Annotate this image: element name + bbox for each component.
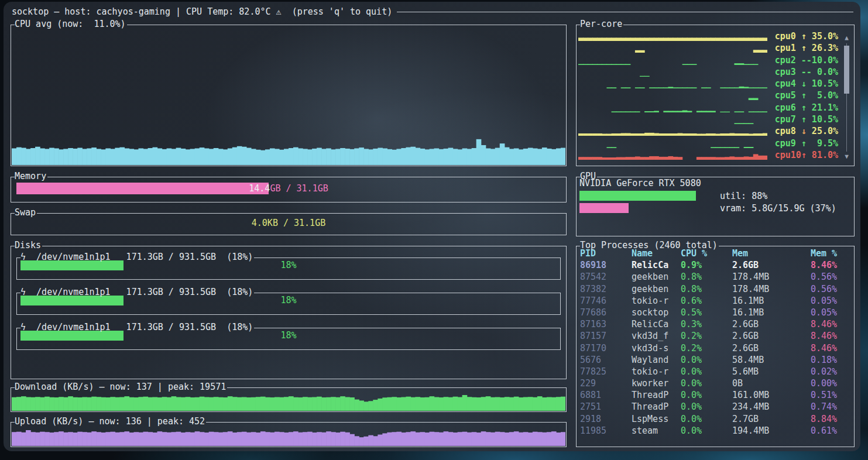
per-core-label: cpu4↓10.5%	[775, 78, 838, 90]
processes-panel: Top Processes (2460 total) PIDNameCPU %M…	[576, 241, 855, 447]
disk-lightning-icon: ϟ	[20, 252, 36, 262]
per-core-panel: Per-core cpu0↑35.0%cpu1↑26.3%cpu2--10.0%…	[576, 20, 855, 166]
per-core-label: cpu6↑21.1%	[775, 102, 838, 114]
gpu-vram-label: vram: 5.8G/15.9G (37%)	[720, 203, 836, 214]
process-row: 77746tokio-r0.6%16.1MB0.05%	[580, 295, 854, 307]
gpu-vram-row: vram: 5.8G/15.9G (37%)	[579, 202, 850, 214]
swap-title: Swap	[15, 208, 37, 218]
per-core-row: cpu9↑ 9.5%	[578, 138, 854, 149]
disk-lightning-icon: ϟ	[20, 322, 36, 332]
disks-panel: Disks ϟ /dev/nvme1n1p1 171.3GB / 931.5GB…	[11, 241, 567, 379]
cpu-avg-title: CPU avg (now: 11.0%)	[15, 19, 127, 29]
per-core-row: cpu4↓10.5%	[578, 78, 854, 90]
memory-value: 14.4GB / 31.1GB	[16, 183, 561, 194]
terminal-window: socktop — host: cachyos-gaming | CPU Tem…	[4, 2, 860, 451]
upload-panel: Upload (KB/s) — now: 136 | peak: 452	[11, 417, 567, 447]
process-row: 5676Wayland0.0%58.4MB0.18%	[580, 354, 854, 366]
gpu-title: GPU	[580, 171, 597, 181]
disk-subpanel: ϟ /dev/nvme1n1p1 171.3GB / 931.5GB (18%)…	[16, 253, 561, 280]
per-core-label: cpu9↑ 9.5%	[775, 138, 838, 149]
process-row: 229kworker0.0%0B0.00%	[580, 377, 854, 389]
memory-bar: 14.4GB / 31.1GB	[16, 183, 561, 194]
trend-arrow-icon: ↓	[801, 78, 812, 90]
memory-title: Memory	[15, 171, 47, 181]
per-core-sparkline	[578, 32, 767, 41]
process-row: 77825tokio-r0.0%5.6MB0.02%	[580, 366, 854, 377]
disk-subpanel: ϟ /dev/nvme1n1p1 171.3GB / 931.5GB (18%)…	[16, 288, 561, 315]
trend-arrow-icon: ↑	[801, 138, 812, 149]
download-title: Download (KB/s) — now: 137 | peak: 19571	[15, 382, 227, 392]
per-core-sparkline	[578, 56, 767, 65]
per-core-sparkline	[578, 115, 767, 124]
download-panel: Download (KB/s) — now: 137 | peak: 19571	[11, 383, 567, 412]
process-row: 87542geekben0.8%178.4MB0.56%	[580, 271, 854, 283]
upload-title: Upload (KB/s) — now: 136 | peak: 452	[15, 417, 206, 427]
per-core-row: cpu7↑10.5%	[578, 114, 854, 125]
scrollbar-thumb[interactable]	[844, 46, 849, 94]
disk-subpanel: ϟ /dev/nvme1n1p1 171.3GB / 931.5GB (18%)…	[16, 323, 561, 350]
per-core-label: cpu7↑10.5%	[775, 114, 838, 125]
per-core-row: cpu2--10.0%	[578, 54, 854, 66]
per-core-row: cpu1↑26.3%	[578, 42, 854, 54]
per-core-label: cpu1↑26.3%	[775, 42, 838, 54]
per-core-sparkline	[578, 67, 767, 77]
per-core-row: cpu3-- 0.0%	[578, 66, 854, 78]
per-core-label: cpu10↑81.0%	[775, 149, 838, 161]
per-core-row: cpu0↑35.0%	[578, 30, 854, 42]
cpu-avg-panel: CPU avg (now: 11.0%)	[11, 20, 567, 166]
scroll-down-icon[interactable]: ▼	[843, 154, 850, 160]
per-core-title: Per-core	[580, 19, 623, 29]
trend-arrow-icon: ↑	[801, 102, 812, 114]
gpu-vram-bar	[579, 203, 629, 213]
process-row: 11985steam0.0%194.4MB0.61%	[580, 425, 854, 437]
per-core-row: cpu5↑ 5.0%	[578, 90, 854, 101]
memory-panel: Memory 14.4GB / 31.1GB	[11, 172, 567, 202]
trend-arrow-icon: --	[801, 54, 812, 66]
trend-arrow-icon: ↑	[801, 42, 812, 54]
disks-title: Disks	[15, 241, 42, 250]
per-core-sparkline	[578, 79, 767, 88]
process-row: 87170vkd3d-s0.2%2.6GB8.46%	[580, 342, 854, 354]
trend-arrow-icon: ↑	[801, 30, 812, 42]
disk-lightning-icon: ϟ	[20, 287, 36, 297]
per-core-sparkline	[578, 103, 767, 112]
disk-name: /dev/nvme1n1p1 171.3GB / 931.5GB (18%)	[36, 287, 253, 297]
per-core-sparkline	[578, 126, 767, 136]
per-core-label: cpu8↓25.0%	[775, 125, 838, 137]
per-core-label: cpu0↑35.0%	[775, 30, 838, 42]
process-row: 2918LspMess0.0%2.7GB8.84%	[580, 413, 854, 425]
disk-list: ϟ /dev/nvme1n1p1 171.3GB / 931.5GB (18%)…	[16, 253, 561, 358]
per-core-sparkline	[578, 91, 767, 100]
per-core-sparkline	[578, 43, 767, 53]
swap-value: 4.0KB / 31.1GB	[11, 218, 566, 228]
process-table: PIDNameCPU %MemMem %86918RelicCa0.9%2.6G…	[577, 246, 854, 437]
per-core-scrollbar[interactable]: ▲ ▼	[843, 35, 850, 160]
gpu-util-bar	[579, 191, 696, 201]
per-core-row: cpu8↓25.0%	[578, 125, 854, 137]
trend-arrow-icon: ↑	[801, 90, 812, 101]
processes-title: Top Processes (2460 total)	[580, 241, 719, 250]
trend-arrow-icon: ↑	[801, 149, 812, 161]
per-core-sparkline	[578, 150, 767, 160]
titlebar: socktop — host: cachyos-gaming | CPU Tem…	[12, 6, 853, 17]
cpu-avg-sparkline	[12, 138, 565, 165]
process-row: 86918RelicCa0.9%2.6GB8.46%	[580, 259, 854, 271]
per-core-sparkline	[578, 139, 767, 148]
process-row: 2751ThreadP0.0%234.4MB0.74%	[580, 401, 854, 413]
disk-name: /dev/nvme1n1p1 171.3GB / 931.5GB (18%)	[36, 322, 253, 332]
titlebar-rule	[397, 12, 853, 12]
upload-sparkline	[12, 430, 565, 446]
per-core-label: cpu3-- 0.0%	[775, 66, 838, 78]
window-title: socktop — host: cachyos-gaming | CPU Tem…	[12, 6, 392, 17]
gpu-util-row: util: 88%	[579, 190, 850, 201]
download-sparkline	[12, 395, 565, 411]
gpu-panel: GPU NVIDIA GeForce RTX 5080 util: 88% vr…	[576, 172, 855, 236]
disk-name: /dev/nvme1n1p1 171.3GB / 931.5GB (18%)	[36, 252, 253, 262]
per-core-label: cpu5↑ 5.0%	[775, 90, 838, 101]
per-core-row: cpu6↑21.1%	[578, 102, 854, 114]
scroll-up-icon[interactable]: ▲	[843, 35, 850, 41]
swap-panel: Swap 4.0KB / 31.1GB	[11, 208, 567, 235]
process-row: 6881ThreadP0.0%161.0MB0.51%	[580, 389, 854, 401]
process-row: 87382geekben0.8%178.4MB0.56%	[580, 283, 854, 295]
per-core-label: cpu2--10.0%	[775, 54, 838, 66]
